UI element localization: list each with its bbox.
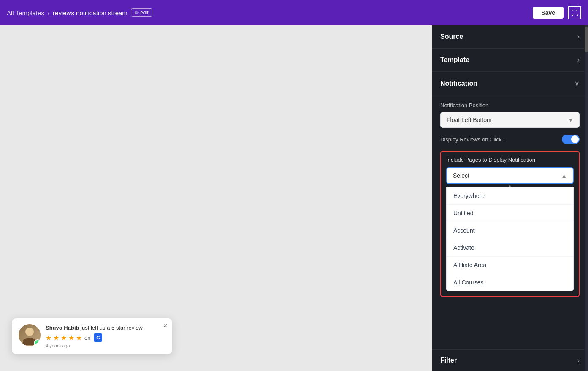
include-pages-select[interactable]: Select ▲ [446,167,574,184]
dropdown-item-everywhere[interactable]: Everywhere [447,187,573,205]
dropdown-item-affiliate-area[interactable]: Affiliate Area [447,257,573,274]
include-pages-box: Include Pages to Display Notification Se… [440,151,580,297]
stream-name-label: reviews notification stream [53,9,127,16]
position-dropdown[interactable]: Float Left Bottom [440,112,580,128]
source-chevron-icon: › [577,33,580,41]
select-placeholder: Select [453,172,469,179]
dropdown-item-all-courses[interactable]: All Courses [447,274,573,291]
edit-badge-button[interactable]: ✏ edit [131,8,152,17]
fullscreen-icon [571,9,578,16]
filter-section-title: Filter [440,357,457,364]
source-section-title: Source [440,33,463,41]
notification-chevron-icon: ∨ [574,79,580,87]
notification-content: Shuvo Habib just left us a 5 star review… [46,324,165,348]
star-2: ★ [53,334,59,342]
display-reviews-label: Display Reviews on Click : [440,136,504,143]
template-section-title: Template [440,56,469,64]
star-5: ★ [76,334,82,342]
breadcrumb-separator: / [48,9,49,16]
position-dropdown-chevron [568,116,573,123]
include-pages-label: Include Pages to Display Notification [446,157,574,163]
notification-text: Shuvo Habib just left us a 5 star review [46,324,165,332]
all-templates-link[interactable]: All Templates [7,9,44,16]
save-button[interactable]: Save [533,7,564,19]
dropdown-item-activate[interactable]: Activate [447,239,573,257]
notification-preview-card: × ✓ Shuvo Habib just left us a 5 star re… [12,318,172,354]
right-panel: Source › Template › Notification ∨ Notif… [432,25,588,371]
filter-chevron-icon: › [577,357,580,364]
template-chevron-icon: › [577,56,580,64]
notification-close-icon[interactable]: × [163,322,167,329]
notification-section-title: Notification [440,80,477,87]
dropdown-item-untitled[interactable]: Untitled [447,205,573,222]
time-ago: 4 years ago [46,343,165,348]
star-4: ★ [68,334,74,342]
star-3: ★ [61,334,67,342]
right-panel-scrollbar [585,25,588,371]
notification-section-header[interactable]: Notification ∨ [432,72,588,95]
position-label: Notification Position [440,102,580,108]
display-reviews-toggle[interactable] [562,135,580,144]
include-pages-dropdown-list: Everywhere Untitled Account Activate Aff… [446,187,574,291]
display-reviews-toggle-row: Display Reviews on Click : [440,135,580,144]
header: All Templates / reviews notification str… [0,0,588,25]
source-section-header[interactable]: Source › [432,25,588,49]
on-label: on [84,335,90,341]
canvas-area: × ✓ Shuvo Habib just left us a 5 star re… [0,25,432,371]
avatar-badge: ✓ [34,339,41,346]
fullscreen-button[interactable] [568,6,581,19]
reviewer-name: Shuvo Habib [46,325,79,331]
main-layout: × ✓ Shuvo Habib just left us a 5 star re… [0,25,588,371]
filter-section-header[interactable]: Filter › [440,357,580,364]
dropdown-item-account[interactable]: Account [447,222,573,239]
avatar: ✓ [19,324,41,346]
star-rating: ★ ★ ★ ★ ★ on G [46,333,165,342]
star-1: ★ [46,334,51,342]
notification-section-content: Notification Position Float Left Bottom … [432,95,588,349]
filter-section: Filter › [432,349,588,371]
breadcrumb: All Templates / reviews notification str… [7,8,152,17]
scrollbar-thumb[interactable] [585,27,588,52]
review-description: just left us a 5 star review [81,325,143,331]
platform-icon: G [94,333,102,342]
notification-settings: Notification Position Float Left Bottom … [432,95,588,304]
header-actions: Save [533,6,581,19]
select-chevron-up-icon: ▲ [561,172,567,179]
position-value: Float Left Bottom [447,116,492,123]
template-section-header[interactable]: Template › [432,49,588,72]
